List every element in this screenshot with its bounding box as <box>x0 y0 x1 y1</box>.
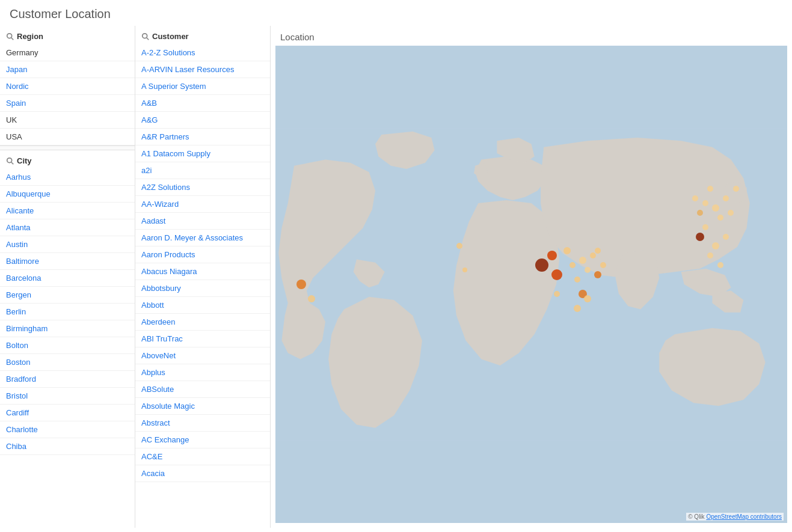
city-label: City <box>17 156 32 165</box>
customer-item[interactable]: A1 Datacom Supply <box>135 145 270 162</box>
customer-item[interactable]: A&B <box>135 95 270 112</box>
map-bubble[interactable] <box>594 271 601 278</box>
map-bubble[interactable] <box>456 243 462 249</box>
map-bubble[interactable] <box>595 248 601 254</box>
customer-item[interactable]: Aaron Products <box>135 246 270 263</box>
map-bubble[interactable] <box>702 224 708 230</box>
city-item[interactable]: Berlin <box>0 304 135 320</box>
customer-item[interactable]: A-2-Z Solutions <box>135 44 270 61</box>
customer-item[interactable]: AboveNet <box>135 347 270 364</box>
customer-label: Customer <box>152 32 189 41</box>
customer-item[interactable]: Acacia <box>135 465 270 482</box>
city-header: City <box>0 150 135 169</box>
customer-item[interactable]: ABSolute <box>135 381 270 398</box>
map-bubble[interactable] <box>600 262 606 268</box>
customer-item[interactable]: A&G <box>135 112 270 129</box>
city-item[interactable]: Cardiff <box>0 405 135 421</box>
map-bubble[interactable] <box>717 215 723 221</box>
svg-point-4 <box>143 33 147 38</box>
region-list: Germany Japan Nordic Spain UK USA <box>0 44 135 145</box>
svg-line-3 <box>11 162 14 164</box>
region-item-spain[interactable]: Spain <box>0 95 135 112</box>
map-bubble[interactable] <box>554 291 560 297</box>
city-item[interactable]: Alicante <box>0 203 135 219</box>
customer-item[interactable]: Aaron D. Meyer & Associates <box>135 230 270 246</box>
city-item[interactable]: Barcelona <box>0 270 135 287</box>
customer-item[interactable]: A Superior System <box>135 78 270 95</box>
customer-item[interactable]: Abbotsbury <box>135 280 270 297</box>
city-item[interactable]: Charlotte <box>0 421 135 438</box>
city-list: AarhusAlbuquerqueAlicanteAtlantaAustinBa… <box>0 169 135 455</box>
customer-item[interactable]: ABI TruTrac <box>135 331 270 347</box>
city-item[interactable]: Bristol <box>0 388 135 405</box>
city-section: City AarhusAlbuquerqueAlicanteAtlantaAus… <box>0 150 135 455</box>
customer-item[interactable]: AC Exchange <box>135 432 270 448</box>
customer-item[interactable]: Absolute Magic <box>135 398 270 415</box>
map-bubble[interactable] <box>574 305 581 312</box>
city-item[interactable]: Albuquerque <box>0 186 135 203</box>
map-bubble[interactable] <box>574 277 580 283</box>
region-item-usa[interactable]: USA <box>0 129 135 145</box>
city-item[interactable]: Aarhus <box>0 169 135 186</box>
customer-item[interactable]: Aadast <box>135 213 270 230</box>
customer-header: Customer <box>135 26 270 44</box>
customer-item[interactable]: a2i <box>135 162 270 179</box>
customer-item[interactable]: AC&E <box>135 448 270 465</box>
map-bubble[interactable] <box>585 267 591 273</box>
city-item[interactable]: Atlanta <box>0 219 135 236</box>
customer-item[interactable]: AA-Wizard <box>135 196 270 213</box>
map-title: Location <box>271 26 792 46</box>
map-bubble[interactable] <box>697 210 703 216</box>
map-bubble[interactable] <box>296 280 306 289</box>
customer-item[interactable]: Abplus <box>135 364 270 381</box>
openstreetmap-link[interactable]: OpenStreetMap contributors <box>706 513 782 520</box>
city-item[interactable]: Austin <box>0 236 135 253</box>
region-section: Region Germany Japan Nordic Spain UK USA <box>0 26 135 145</box>
map-bubble[interactable] <box>551 269 562 280</box>
map-bubble[interactable] <box>569 262 576 268</box>
map-bubble[interactable] <box>723 234 729 240</box>
bubble-container <box>275 46 787 523</box>
customer-item[interactable]: A&R Partners <box>135 129 270 145</box>
map-bubble[interactable] <box>707 186 713 192</box>
map-bubble[interactable] <box>308 295 315 302</box>
customer-item[interactable]: A-ARVIN Laser Resources <box>135 61 270 78</box>
city-item[interactable]: Baltimore <box>0 253 135 270</box>
map-bubble[interactable] <box>707 252 713 258</box>
customer-item[interactable]: Abstract <box>135 415 270 432</box>
city-item[interactable]: Bergen <box>0 287 135 304</box>
map-bubble[interactable] <box>702 200 708 206</box>
map-bubble[interactable] <box>728 210 734 216</box>
city-item[interactable]: Boston <box>0 354 135 371</box>
svg-point-2 <box>7 157 12 162</box>
city-item[interactable]: Chiba <box>0 438 135 455</box>
map-bubble[interactable] <box>692 195 698 201</box>
map-bubble[interactable] <box>584 295 591 302</box>
map-bubble[interactable] <box>547 251 557 260</box>
map-bubble[interactable] <box>717 262 723 268</box>
map-bubble[interactable] <box>733 186 739 192</box>
map-bubble[interactable] <box>723 195 729 201</box>
city-item[interactable]: Birmingham <box>0 320 135 337</box>
customer-item[interactable]: A2Z Solutions <box>135 179 270 196</box>
customer-item[interactable]: Abbott <box>135 297 270 314</box>
region-item-uk[interactable]: UK <box>0 112 135 129</box>
map-bubble[interactable] <box>462 268 467 272</box>
customer-item[interactable]: Abacus Niagara <box>135 263 270 280</box>
customer-item[interactable]: Aberdeen <box>135 314 270 331</box>
section-divider <box>0 145 135 150</box>
region-item-japan[interactable]: Japan <box>0 61 135 78</box>
map-bubble[interactable] <box>696 233 704 241</box>
map-bubble[interactable] <box>579 257 586 264</box>
map-bubble[interactable] <box>712 242 719 249</box>
map-bubble[interactable] <box>590 252 596 258</box>
region-item-germany[interactable]: Germany <box>0 44 135 61</box>
map-container[interactable]: © Qlik OpenStreetMap contributors <box>275 46 787 523</box>
map-bubble[interactable] <box>535 258 548 272</box>
city-item[interactable]: Bradford <box>0 371 135 388</box>
map-bubble[interactable] <box>563 247 571 254</box>
customer-list: A-2-Z SolutionsA-ARVIN Laser ResourcesA … <box>135 44 270 482</box>
map-bubble[interactable] <box>712 204 719 212</box>
region-item-nordic[interactable]: Nordic <box>0 78 135 95</box>
city-item[interactable]: Bolton <box>0 337 135 354</box>
